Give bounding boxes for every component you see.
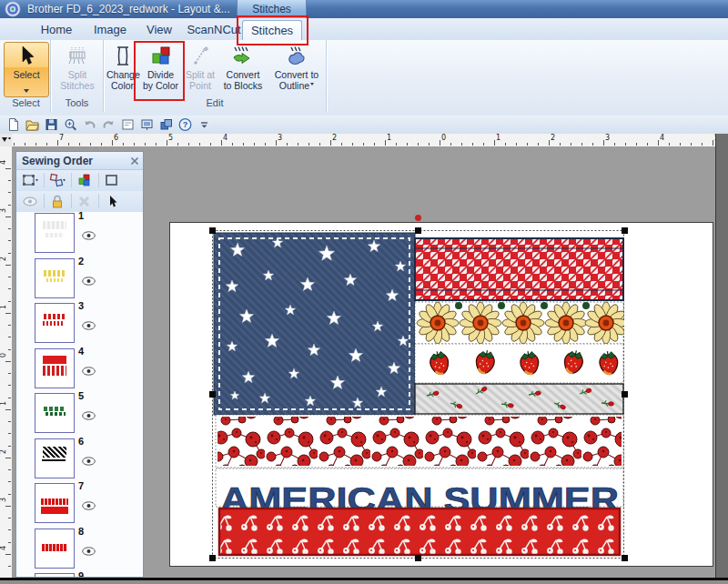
stitch-thumbnail[interactable] [35,303,75,343]
new-file-icon[interactable] [5,117,21,132]
convert-to-outline-icon [269,45,324,69]
tab-view[interactable]: View [138,20,180,39]
sewing-order-item[interactable]: 2 [16,258,143,302]
design-page-icon[interactable] [120,117,136,132]
cherry-band[interactable] [219,508,620,555]
open-icon[interactable] [25,117,40,132]
foliage [455,302,462,309]
tab-stitches[interactable]: Stitches [242,20,302,40]
selection-handle-n[interactable] [415,227,421,234]
visibility-eye-icon[interactable] [82,227,96,244]
sewing-order-item[interactable]: 4 [16,348,143,392]
sewing-order-item[interactable]: 7 [16,483,143,527]
frame-icon[interactable] [104,173,120,188]
stitch-thumbnail[interactable] [35,483,75,523]
ruler-tick [8,253,11,254]
embroidery-design[interactable]: AMERICAN SUMMER [212,230,624,559]
sewing-order-item[interactable]: 1 [16,213,143,257]
ruler-tick [8,494,11,495]
stitch-thumbnail[interactable] [35,573,75,577]
ruler-tick [8,481,11,482]
tab-home[interactable]: Home [33,20,80,39]
stitch-thumbnail[interactable] [35,438,75,478]
lock-icon[interactable] [49,194,66,209]
split-at-point-button[interactable]: Split at Point [183,42,217,97]
options-icon[interactable] [158,117,174,132]
select-frame-icon[interactable] [22,173,38,188]
visibility-eye-icon[interactable] [82,543,96,559]
ruler-tick [702,143,703,146]
stitch-thumbnail[interactable] [35,348,75,388]
visibility-eye-icon[interactable] [82,498,96,514]
houndstooth-band[interactable] [415,238,623,300]
stitch-thumbnail[interactable] [35,529,75,569]
ruler-tick [8,469,11,470]
sewing-order-item[interactable]: 6 [16,438,143,482]
ruler-tick [363,143,364,146]
strawberry-row[interactable] [415,344,623,383]
visibility-eye-icon[interactable] [82,408,96,424]
ruler-number: 2 [332,134,337,142]
change-color-button[interactable]: Change Color [106,42,139,97]
tab-scanncut[interactable]: ScanNCut [186,20,242,39]
selection-handle-sw[interactable] [209,555,216,561]
sewing-order-item[interactable]: 9 [16,573,143,577]
more-icon[interactable] [197,117,212,132]
stitch-thumbnail[interactable] [35,393,75,433]
ruler-tick [276,140,277,146]
selection-handle-se[interactable] [622,555,628,561]
berry-band[interactable] [216,415,623,468]
hide-object-eye-icon[interactable] [22,194,38,209]
delete-icon[interactable] [76,194,93,209]
split-at-point-label-1: Split at [184,69,217,80]
divide-by-color-button[interactable]: Divide by Color [138,42,183,97]
sewing-order-item[interactable]: 5 [16,393,143,437]
ruler-number: 0 [0,353,7,357]
ruler-number: 3 [605,134,610,142]
selection-handle-w[interactable] [209,391,216,398]
optimize-order-icon[interactable] [49,173,66,188]
star-field[interactable] [214,233,415,415]
thumbnail-number: 5 [78,390,84,401]
selection-handle-s[interactable] [415,555,421,561]
redo-icon[interactable] [101,117,116,132]
close-icon[interactable] [130,156,139,166]
undo-icon[interactable] [82,117,97,132]
color-blocks-icon[interactable] [76,173,93,188]
rosebud-band[interactable] [415,384,623,414]
selection-handle-ne[interactable] [622,227,628,234]
foliage [498,302,505,309]
zoom-icon[interactable] [63,117,78,132]
help-icon[interactable]: ? [177,117,193,132]
ruler-tick [5,265,11,266]
ruler-tick [396,143,397,146]
convert-to-outline-label-text: Outline [279,80,309,91]
stitch-thumbnail[interactable] [35,213,75,253]
ruler-tick [8,301,11,302]
ruler-tick [330,140,331,146]
rotation-origin-dot[interactable] [415,215,421,221]
split-stitches-button[interactable]: Split Stitches [55,42,100,97]
sewing-order-item[interactable]: 8 [16,529,143,572]
ruler-tick [308,143,309,146]
selection-handle-e[interactable] [622,391,628,398]
visibility-eye-icon[interactable] [82,363,96,379]
sewing-order-item[interactable]: 3 [16,303,143,347]
visibility-eye-icon[interactable] [82,453,96,469]
sunflower-row[interactable] [415,302,624,344]
convert-to-blocks-button[interactable]: Convert to Blocks [217,42,268,97]
selection-handle-nw[interactable] [209,227,216,234]
save-icon[interactable] [44,117,59,132]
ruler-tick [636,143,637,146]
select-button[interactable]: Select [4,42,49,97]
convert-to-outline-button[interactable]: Convert to Outline [268,42,325,97]
tab-image[interactable]: Image [87,20,133,39]
design-property-icon[interactable] [139,117,155,132]
visibility-eye-icon[interactable] [82,273,96,289]
ruler-tick [352,143,353,146]
cursor-icon[interactable] [104,194,120,209]
thumbnail-number: 3 [78,300,84,311]
ruler-number: 1 [496,134,500,142]
visibility-eye-icon[interactable] [82,317,96,334]
stitch-thumbnail[interactable] [35,258,75,298]
